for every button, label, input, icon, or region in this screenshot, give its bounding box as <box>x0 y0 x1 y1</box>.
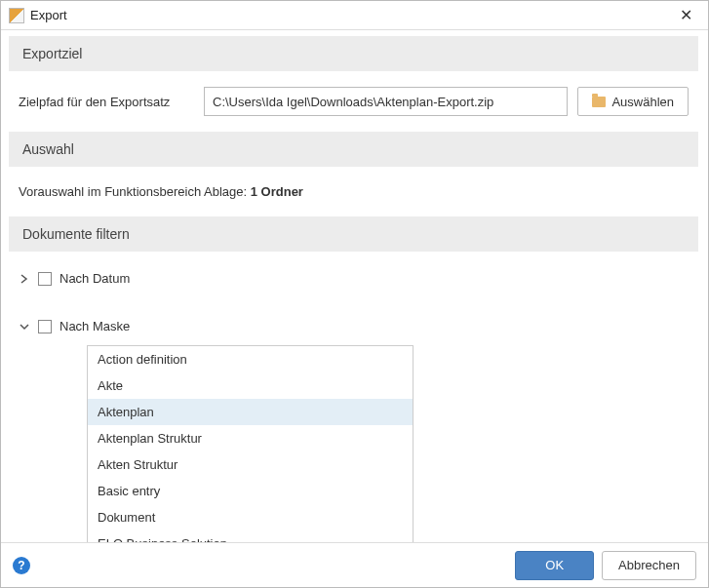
mask-option[interactable]: Basic entry <box>88 478 413 504</box>
mask-option[interactable]: Aktenplan <box>88 399 413 425</box>
help-button[interactable]: ? <box>13 557 30 574</box>
browse-button-label: Auswählen <box>611 95 674 109</box>
mask-option[interactable]: Action definition <box>88 346 413 372</box>
section-dokumente-filtern: Dokumente filtern <box>9 216 698 252</box>
window-title: Export <box>30 8 671 22</box>
ok-button[interactable]: OK <box>515 551 594 580</box>
chevron-right-icon <box>20 274 29 284</box>
dialog-footer: ? OK Abbrechen <box>1 542 708 587</box>
section-exportziel: Exportziel <box>9 36 698 71</box>
target-path-row: Zielpfad für den Exportsatz Auswählen <box>1 77 706 126</box>
browse-button[interactable]: Auswählen <box>577 87 689 116</box>
target-path-label: Zielpfad für den Exportsatz <box>19 95 194 109</box>
filter-by-date-row: Nach Datum <box>19 263 689 294</box>
mask-option[interactable]: Akte <box>88 372 413 399</box>
mask-listbox[interactable]: Action definitionAkteAktenplanAktenplan … <box>87 345 414 542</box>
filter-by-mask-row: Nach Maske <box>19 311 689 341</box>
titlebar: Export ✕ <box>1 1 708 30</box>
preselection-prefix: Vorauswahl im Funktionsbereich Ablage: <box>19 184 251 199</box>
section-auswahl: Auswahl <box>9 132 698 167</box>
content-area: Exportziel Zielpfad für den Exportsatz A… <box>1 30 708 542</box>
mask-option[interactable]: Akten Struktur <box>88 451 413 478</box>
close-button[interactable]: ✕ <box>671 6 700 24</box>
preselection-info: Vorauswahl im Funktionsbereich Ablage: 1… <box>1 173 706 211</box>
filter-by-mask-label: Nach Maske <box>59 319 130 333</box>
chevron-down-icon <box>20 322 29 332</box>
cancel-button[interactable]: Abbrechen <box>602 551 696 580</box>
filter-by-date-label: Nach Datum <box>59 271 130 286</box>
app-icon <box>9 8 24 23</box>
filter-by-date-checkbox[interactable] <box>38 272 52 286</box>
folder-icon <box>592 97 606 107</box>
preselection-count: 1 Ordner <box>251 184 303 199</box>
mask-option[interactable]: Aktenplan Struktur <box>88 425 413 451</box>
mask-option[interactable]: Dokument <box>88 504 413 530</box>
target-path-input[interactable] <box>204 87 568 116</box>
expand-mask-caret[interactable] <box>19 321 30 333</box>
expand-date-caret[interactable] <box>19 273 30 285</box>
mask-option[interactable]: ELO Business Solution <box>88 530 413 542</box>
filter-tree: Nach Datum Nach Maske Action definitionA… <box>1 257 706 542</box>
filter-by-mask-checkbox[interactable] <box>38 320 52 333</box>
